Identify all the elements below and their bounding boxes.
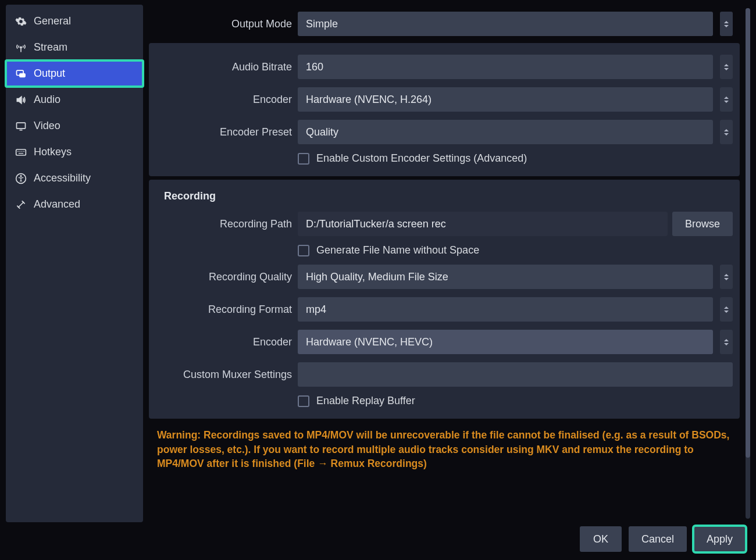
recording-section: Recording Recording Path Browse Gene: [149, 180, 740, 419]
audio-bitrate-label: Audio Bitrate: [156, 61, 292, 73]
recording-section-title: Recording: [156, 190, 733, 202]
ok-button[interactable]: OK: [580, 526, 622, 552]
streaming-section: Audio Bitrate 160 Encoder Hardware: [149, 43, 740, 176]
no-space-checkbox-label: Generate File Name without Space: [316, 244, 479, 256]
sidebar-item-general[interactable]: General: [6, 8, 143, 34]
recording-encoder-label: Encoder: [156, 336, 292, 348]
streaming-encoder-label: Encoder: [156, 94, 292, 106]
svg-rect-1: [20, 73, 26, 77]
recording-encoder-select[interactable]: Hardware (NVENC, HEVC): [298, 330, 713, 354]
select-spinner-icon[interactable]: [720, 55, 733, 79]
muxer-input[interactable]: [298, 362, 733, 387]
monitor-icon: [15, 68, 27, 80]
recording-format-label: Recording Format: [156, 304, 292, 316]
sidebar-item-label: Video: [34, 120, 60, 132]
audio-bitrate-select[interactable]: 160: [298, 55, 713, 79]
select-spinner-icon[interactable]: [720, 12, 733, 36]
recording-encoder-value: Hardware (NVENC, HEVC): [306, 336, 433, 348]
display-icon: [15, 120, 27, 132]
audio-bitrate-value: 160: [306, 61, 323, 73]
sidebar-item-label: Accessibility: [34, 172, 91, 184]
streaming-encoder-value: Hardware (NVENC, H.264): [306, 94, 432, 106]
sidebar-item-audio[interactable]: Audio: [6, 87, 143, 113]
output-mode-select[interactable]: Simple: [298, 12, 713, 36]
sidebar-item-label: General: [34, 15, 71, 27]
sidebar-item-stream[interactable]: Stream: [6, 34, 143, 60]
select-spinner-icon[interactable]: [720, 265, 733, 289]
replay-buffer-checkbox[interactable]: [298, 395, 309, 407]
browse-button[interactable]: Browse: [672, 212, 733, 236]
recording-quality-select[interactable]: High Quality, Medium File Size: [298, 265, 713, 289]
select-spinner-icon[interactable]: [720, 87, 733, 112]
no-space-checkbox[interactable]: [298, 245, 309, 256]
sidebar-item-label: Stream: [34, 41, 67, 53]
recording-format-select[interactable]: mp4: [298, 297, 713, 322]
output-mode-label: Output Mode: [156, 18, 292, 30]
apply-button[interactable]: Apply: [694, 526, 746, 552]
custom-encoder-checkbox[interactable]: [298, 153, 309, 165]
replay-buffer-checkbox-label: Enable Replay Buffer: [316, 395, 415, 407]
recording-format-value: mp4: [306, 304, 326, 316]
accessibility-icon: [15, 173, 27, 184]
recording-quality-value: High Quality, Medium File Size: [306, 271, 448, 283]
select-spinner-icon[interactable]: [720, 297, 733, 322]
sidebar-item-accessibility[interactable]: Accessibility: [6, 165, 143, 191]
antenna-icon: [15, 42, 27, 53]
keyboard-icon: [15, 147, 27, 158]
muxer-label: Custom Muxer Settings: [156, 369, 292, 381]
recording-quality-label: Recording Quality: [156, 271, 292, 283]
dialog-footer: OK Cancel Apply: [580, 526, 746, 552]
svg-rect-2: [17, 123, 26, 129]
streaming-encoder-select[interactable]: Hardware (NVENC, H.264): [298, 87, 713, 112]
svg-point-5: [20, 175, 22, 177]
sidebar-item-label: Advanced: [34, 198, 80, 211]
settings-content: Output Mode Simple Audio Bitrate: [149, 5, 750, 522]
sidebar-item-label: Audio: [34, 94, 60, 106]
speaker-icon: [15, 94, 27, 106]
sidebar-item-advanced[interactable]: Advanced: [6, 191, 143, 217]
select-spinner-icon[interactable]: [720, 120, 733, 144]
encoder-preset-label: Encoder Preset: [156, 126, 292, 138]
sidebar-item-output[interactable]: Output: [6, 60, 143, 87]
output-mode-value: Simple: [306, 18, 338, 30]
warning-text: Warning: Recordings saved to MP4/MOV wil…: [149, 419, 740, 476]
svg-rect-3: [16, 149, 26, 155]
scrollbar[interactable]: [746, 8, 750, 519]
custom-encoder-checkbox-label: Enable Custom Encoder Settings (Advanced…: [316, 152, 527, 165]
gear-icon: [15, 16, 27, 27]
encoder-preset-value: Quality: [306, 126, 338, 138]
recording-path-input[interactable]: [298, 212, 668, 236]
tools-icon: [15, 199, 27, 211]
cancel-button[interactable]: Cancel: [629, 526, 687, 552]
sidebar-item-hotkeys[interactable]: Hotkeys: [6, 139, 143, 165]
settings-sidebar: General Stream Output Audio Video: [6, 5, 143, 522]
select-spinner-icon[interactable]: [720, 330, 733, 354]
sidebar-item-label: Hotkeys: [34, 146, 72, 158]
sidebar-item-label: Output: [34, 67, 65, 80]
recording-path-label: Recording Path: [156, 218, 292, 230]
sidebar-item-video[interactable]: Video: [6, 113, 143, 139]
encoder-preset-select[interactable]: Quality: [298, 120, 713, 144]
